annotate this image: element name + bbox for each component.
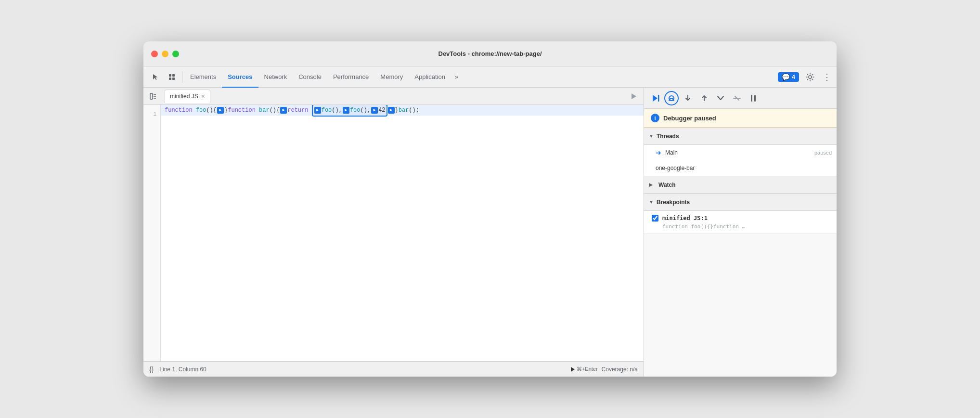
sources-toolbar: minified JS × bbox=[143, 88, 644, 105]
code-editor[interactable]: 1 function foo(){ ▶ } function bar(){ ▶ … bbox=[143, 105, 644, 361]
sources-toolbar-right bbox=[628, 91, 640, 102]
svg-rect-3 bbox=[172, 78, 175, 80]
settings-button[interactable] bbox=[803, 70, 817, 84]
step-out-button[interactable] bbox=[697, 91, 711, 105]
svg-rect-5 bbox=[150, 93, 153, 99]
pause-on-exceptions-button[interactable] bbox=[746, 91, 761, 105]
threads-label: Threads bbox=[657, 133, 679, 140]
breakpoint-checkbox[interactable] bbox=[652, 215, 658, 222]
deactivate-breakpoints-button[interactable] bbox=[730, 91, 744, 105]
traffic-lights bbox=[151, 51, 179, 57]
thread-main-status: paused bbox=[814, 150, 832, 156]
info-icon: i bbox=[651, 114, 659, 122]
breakpoints-arrow-icon: ▼ bbox=[649, 199, 654, 205]
step-button[interactable] bbox=[713, 91, 728, 105]
svg-rect-11 bbox=[658, 95, 659, 102]
breakpoints-section-header[interactable]: ▼ Breakpoints bbox=[644, 194, 837, 211]
code-content: function foo(){ ▶ } function bar(){ ▶ re… bbox=[161, 105, 644, 361]
step-into-button[interactable] bbox=[681, 91, 695, 105]
window-title: DevTools - chrome://new-tab-page/ bbox=[438, 50, 542, 57]
code-line-1: function foo(){ ▶ } function bar(){ ▶ re… bbox=[161, 105, 644, 116]
minimize-button[interactable] bbox=[162, 51, 168, 57]
format-icon[interactable]: {} bbox=[149, 366, 154, 373]
show-navigator-icon[interactable] bbox=[147, 91, 159, 102]
step-over-active-button[interactable] bbox=[664, 91, 679, 105]
file-tab-minified-js[interactable]: minified JS × bbox=[165, 90, 210, 103]
thread-one-google-bar[interactable]: one-google-bar bbox=[644, 160, 837, 176]
status-bar: {} Line 1, Column 60 ⌘+Enter Coverage: n… bbox=[143, 361, 644, 377]
tab-network[interactable]: Network bbox=[258, 66, 293, 88]
svg-rect-2 bbox=[169, 78, 171, 80]
tab-performance[interactable]: Performance bbox=[327, 66, 374, 88]
threads-section-body: ➜ Main paused one-google-bar bbox=[644, 145, 837, 176]
svg-rect-0 bbox=[169, 74, 171, 77]
thread-google-bar-name: one-google-bar bbox=[656, 165, 832, 171]
chat-icon: 💬 bbox=[782, 73, 790, 81]
main-content: minified JS × 1 f bbox=[143, 88, 837, 377]
run-button[interactable]: ⌘+Enter bbox=[571, 366, 598, 372]
svg-point-4 bbox=[809, 76, 812, 78]
tab-sources[interactable]: Sources bbox=[222, 66, 258, 88]
sources-panel: minified JS × 1 f bbox=[143, 88, 644, 377]
tab-more-button[interactable]: » bbox=[451, 69, 462, 85]
breakpoints-label: Breakpoints bbox=[657, 199, 690, 206]
watch-section-header[interactable]: ▶ Watch bbox=[644, 176, 837, 194]
message-badge[interactable]: 💬 4 bbox=[778, 72, 799, 82]
close-button[interactable] bbox=[151, 51, 158, 57]
run-shortcut: ⌘+Enter bbox=[577, 366, 598, 372]
titlebar: DevTools - chrome://new-tab-page/ bbox=[143, 41, 837, 66]
cursor-icon-btn[interactable] bbox=[147, 69, 164, 85]
breakpoint-marker-2: ▶ bbox=[280, 107, 287, 114]
thread-main[interactable]: ➜ Main paused bbox=[644, 145, 837, 160]
coverage-label: Coverage: n/a bbox=[602, 366, 638, 373]
selected-expression: ▶foo(), ▶foo(), ▶42 bbox=[312, 105, 387, 117]
breakpoint-marker-3: ▶ bbox=[388, 107, 395, 114]
watch-label: Watch bbox=[658, 182, 676, 188]
close-tab-button[interactable]: × bbox=[201, 93, 205, 100]
layers-icon-btn[interactable] bbox=[164, 69, 180, 85]
devtools-window: DevTools - chrome://new-tab-page/ Elemen… bbox=[143, 41, 837, 377]
play-triangle-icon bbox=[571, 367, 575, 372]
threads-arrow-icon: ▼ bbox=[649, 133, 654, 139]
svg-marker-9 bbox=[632, 93, 636, 99]
watch-arrow-icon: ▶ bbox=[649, 182, 653, 187]
threads-section-header[interactable]: ▼ Threads bbox=[644, 128, 837, 145]
svg-rect-17 bbox=[751, 95, 752, 102]
tab-badges: 💬 4 ⋮ bbox=[778, 70, 833, 84]
thread-main-name: Main bbox=[665, 149, 811, 156]
run-snippet-icon[interactable] bbox=[628, 91, 640, 102]
debugger-toolbar bbox=[644, 88, 837, 109]
tab-application[interactable]: Application bbox=[409, 66, 451, 88]
breakpoints-section-body: minified JS:1 function foo(){}function … bbox=[644, 211, 837, 234]
debugger-panel: i Debugger paused ▼ Threads ➜ Main pause… bbox=[644, 88, 837, 377]
line-numbers: 1 bbox=[143, 105, 161, 361]
breakpoint-header: minified JS:1 bbox=[652, 215, 832, 222]
svg-rect-1 bbox=[172, 74, 175, 77]
breakpoint-code: function foo(){}function … bbox=[652, 223, 832, 230]
breakpoint-marker-1: ▶ bbox=[217, 107, 224, 114]
tab-console[interactable]: Console bbox=[293, 66, 327, 88]
svg-marker-10 bbox=[653, 95, 658, 102]
devtools-tabs: Elements Sources Network Console Perform… bbox=[143, 66, 837, 88]
maximize-button[interactable] bbox=[172, 51, 179, 57]
debugger-paused-label: Debugger paused bbox=[663, 115, 716, 122]
tab-memory[interactable]: Memory bbox=[374, 66, 409, 88]
vertical-dots-button[interactable]: ⋮ bbox=[821, 70, 833, 84]
breakpoint-item-1[interactable]: minified JS:1 function foo(){}function … bbox=[644, 211, 837, 234]
status-bar-right: ⌘+Enter Coverage: n/a bbox=[571, 366, 638, 373]
tab-elements[interactable]: Elements bbox=[184, 66, 222, 88]
status-position: Line 1, Column 60 bbox=[159, 366, 206, 373]
thread-arrow-icon: ➜ bbox=[656, 149, 661, 157]
resume-button[interactable] bbox=[648, 91, 662, 105]
breakpoint-file: minified JS:1 bbox=[662, 215, 708, 222]
debugger-paused-banner: i Debugger paused bbox=[644, 109, 837, 128]
svg-rect-18 bbox=[754, 95, 756, 102]
tab-divider bbox=[182, 71, 182, 83]
